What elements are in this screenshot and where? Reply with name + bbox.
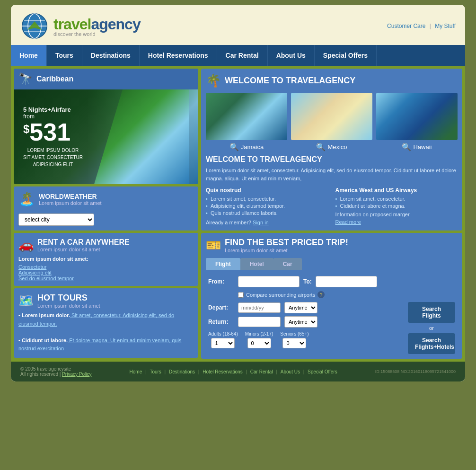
hottours-subtitle: Lorem ipsum dolor sit amet — [37, 303, 100, 309]
car-icon: 🚗 — [18, 238, 34, 252]
nav-item-home[interactable]: Home — [11, 45, 47, 66]
rentcar-link-2[interactable]: Adipisicing elit — [18, 270, 194, 275]
hottours-body: • Lorem ipsum dolor. Sit amet, consectet… — [18, 311, 194, 353]
mexico-label: 🔍 Mexico — [291, 142, 372, 151]
right-col: 🌴 WELCOME TO TRAVELAGENCY 🔍 Jamaica — [201, 69, 462, 359]
rentcar-body: Lorem ipsum dolor sit amet: Consectetur … — [18, 256, 194, 281]
rentcar-section: 🚗 RENT A CAR ANYWHERE Lorem ipsum dolor … — [14, 233, 198, 286]
nav-item-offers[interactable]: Special Offers — [315, 45, 377, 66]
depart-search-area: Depart: Anytime Return: Anytime — [208, 302, 455, 354]
tab-hotel[interactable]: Hotel — [240, 258, 273, 270]
globe-icon — [20, 12, 49, 40]
question-mark[interactable]: ? — [317, 291, 325, 298]
compare-checkbox[interactable] — [238, 292, 244, 298]
rentcar-body-label: Lorem ipsum dolor sit amet: — [18, 256, 88, 262]
welcome-section: 🌴 WELCOME TO TRAVELAGENCY 🔍 Jamaica — [201, 69, 462, 231]
return-date[interactable] — [238, 317, 281, 327]
footer-about[interactable]: About Us — [281, 369, 300, 374]
rentcar-subtitle: Lorem ipsum dolor sit amet — [37, 247, 130, 252]
minors-label: Minors (2-17) — [245, 331, 273, 337]
privacy-link[interactable]: Privacy Policy — [62, 372, 91, 377]
jamaica-text: Jamaica — [241, 143, 264, 151]
depart-time-select[interactable]: Anytime — [284, 302, 317, 313]
findtrip-title: FIND THE BEST PRICED TRIP! — [225, 238, 348, 248]
header-links: Customer Care | My Stuff — [387, 23, 456, 29]
caribbean-title: Caribbean — [36, 75, 73, 83]
mexico-icon: 🔍 — [316, 142, 326, 151]
rentcar-title-area: RENT A CAR ANYWHERE Lorem ipsum dolor si… — [37, 238, 130, 252]
tab-car[interactable]: Car — [273, 258, 302, 270]
read-more-link[interactable]: Read more — [335, 219, 361, 225]
minors-select[interactable]: 012 — [247, 338, 271, 348]
col2-item2: Cididunt ut labore et magna. — [335, 203, 458, 209]
banner-price: $531 — [23, 120, 83, 144]
rentcar-link-3[interactable]: Sed do eiusmod tempor — [18, 275, 194, 281]
weather-icon: 🏝️ — [18, 191, 35, 207]
caribbean-banner: 5 Nights+Airfare from $531 LOREM IPSUM D… — [14, 89, 198, 184]
banner-lorem: LOREM IPSUM DOLOR SIT AMET, CONSECTETUR … — [23, 147, 83, 168]
welcome-header: 🌴 WELCOME TO TRAVELAGENCY — [206, 73, 458, 88]
return-time-select[interactable]: Anytime — [284, 316, 317, 328]
logo-area: travelagency discover the world — [20, 12, 141, 40]
footer-car[interactable]: Car Rental — [250, 369, 273, 374]
search-flights-hotels-button[interactable]: Search Flights+Hotels — [408, 333, 455, 354]
nav-item-tours[interactable]: Tours — [47, 45, 82, 66]
dest-mexico: 🔍 Mexico — [291, 93, 372, 151]
logo-subtitle: discover the world — [53, 31, 141, 37]
to-input[interactable] — [316, 276, 377, 287]
findtrip-form: From: To: Compare surrounding airports ? — [206, 276, 458, 354]
left-col: 🔭 Caribbean 5 Nights+Airfare from $531 L… — [14, 69, 198, 359]
welcome-col2: America West and US Airways Lorem sit am… — [335, 187, 458, 226]
nav-item-about[interactable]: About Us — [268, 45, 315, 66]
col2-item1: Lorem sit amet, consectetur. — [335, 196, 458, 202]
findtrip-subtitle: Lorem ipsum dolor sit amet — [225, 248, 348, 253]
search-flights-button[interactable]: Search Flights — [408, 302, 455, 323]
compare-row: Compare surrounding airports ? — [208, 291, 455, 298]
from-input[interactable] — [238, 276, 300, 287]
rentcar-link-1[interactable]: Consectetur — [18, 264, 194, 270]
logo-text-area: travelagency discover the world — [53, 16, 141, 37]
col2-text: Information on proposed marger — [335, 212, 458, 217]
to-label: To: — [303, 278, 312, 285]
footer-tours[interactable]: Tours — [150, 369, 161, 374]
customer-care-link[interactable]: Customer Care — [387, 23, 425, 29]
mexico-text: Mexico — [327, 143, 347, 151]
seniors-select[interactable]: 012 — [282, 338, 306, 348]
footer-home[interactable]: Home — [130, 369, 142, 374]
footer-hotel[interactable]: Hotel Reservations — [203, 369, 242, 374]
from-to-row: From: To: — [208, 276, 455, 287]
adults-select[interactable]: 1234 — [211, 338, 235, 348]
hawaii-label: 🔍 Hawaii — [376, 142, 458, 151]
tab-flight[interactable]: Flight — [206, 258, 240, 270]
jamaica-icon: 🔍 — [229, 142, 239, 151]
footer-offers[interactable]: Special Offers — [308, 369, 337, 374]
palm-icon: 🌴 — [206, 73, 221, 88]
pax-row: Adults (18-64) 1234 Minors (2-17) 012 — [208, 331, 404, 348]
search-buttons: Search Flights or Search Flights+Hotels — [408, 302, 455, 354]
col1-item3: Quis nostrud ullamco laboris. — [206, 210, 328, 216]
footer-destinations[interactable]: Destinations — [169, 369, 195, 374]
col1-item2: Adipisicing elit, eiusmod tempor. — [206, 203, 328, 209]
adults-group: Adults (18-64) 1234 — [208, 331, 238, 348]
page-wrapper: travelagency discover the world Customer… — [11, 5, 465, 381]
weather-title: WORLDWEATHER — [39, 193, 102, 200]
jamaica-photo — [206, 93, 287, 140]
col1-list: Lorem sit amet, consectetur. Adipisicing… — [206, 196, 328, 216]
return-row: Return: Anytime — [208, 316, 404, 328]
rentcar-links: Consectetur Adipisicing elit Sed do eius… — [18, 264, 194, 281]
ticket-icon: 🎫 — [206, 238, 221, 253]
weather-subtitle: Lorem ipsum dolor sit amet — [39, 200, 102, 206]
caribbean-section: 🔭 Caribbean 5 Nights+Airfare from $531 L… — [14, 69, 198, 184]
hawaii-text: Hawaii — [413, 143, 432, 151]
welcome-body-title: WELCOME TO TRAVELAGENCY — [206, 155, 458, 164]
map-icon: 🗺️ — [18, 293, 34, 308]
nav-item-hotel[interactable]: Hotel Reservations — [140, 45, 217, 66]
sign-in-link[interactable]: Sign in — [253, 220, 269, 225]
welcome-cols: Quis nostrud Lorem sit amet, consectetur… — [206, 187, 458, 226]
my-stuff-link[interactable]: My Stuff — [435, 23, 456, 29]
city-select[interactable]: select city — [18, 213, 94, 226]
nav-item-destinations[interactable]: Destinations — [82, 45, 140, 66]
nav-item-car[interactable]: Car Rental — [217, 45, 268, 66]
seniors-group: Seniors (65+) 012 — [280, 331, 309, 348]
depart-date[interactable] — [238, 302, 281, 313]
